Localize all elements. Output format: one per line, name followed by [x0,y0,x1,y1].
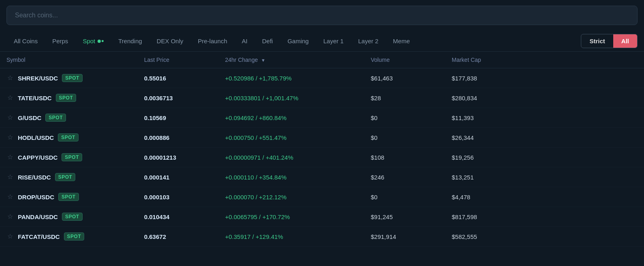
price-cell: 0.010434 [138,207,219,227]
col-header-change[interactable]: 24hr Change ▼ [219,52,364,68]
volume-cell: $91,245 [364,207,445,227]
favorite-star-icon[interactable]: ☆ [6,94,14,102]
change-cell: +0.00333801 / +1,001.47% [219,88,364,108]
change-cell: +0.000750 / +551.47% [219,128,364,148]
table-row: ☆ PANDA/USDC SPOT 0.010434 +0.0065795 / … [0,207,644,227]
price-cell: 0.55016 [138,68,219,88]
change-cell: +0.520986 / +1,785.79% [219,68,364,88]
volume-cell: $291,914 [364,227,445,247]
symbol-name[interactable]: PANDA/USDC [18,213,58,220]
sort-arrow-icon: ▼ [261,58,266,63]
spot-badge: SPOT [58,193,79,201]
symbol-name[interactable]: DROP/USDC [18,194,54,201]
market-cap-cell: $817,598 [445,207,644,227]
tab-layer2[interactable]: Layer 2 [351,34,386,48]
search-input[interactable] [6,6,638,25]
favorite-star-icon[interactable]: ☆ [6,133,14,141]
price-cell: 0.63672 [138,227,219,247]
col-header-market-cap: Market Cap [445,52,644,68]
tab-trending[interactable]: Trending [111,34,149,48]
tab-defi[interactable]: Defi [255,34,280,48]
nav-tabs-bar: All Coins Perps Spot Trending DEX Only P… [0,31,644,52]
tab-gaming[interactable]: Gaming [280,34,316,48]
symbol-name[interactable]: SHREK/USDC [18,75,58,82]
symbol-name[interactable]: CAPPY/USDC [18,154,57,161]
spot-badge: SPOT [55,173,76,181]
market-cap-cell: $177,838 [445,68,644,88]
price-cell: 0.0036713 [138,88,219,108]
volume-cell: $0 [364,187,445,207]
spot-badge: SPOT [64,232,85,241]
favorite-star-icon[interactable]: ☆ [6,74,14,82]
market-cap-cell: $19,256 [445,148,644,167]
change-cell: +0.000110 / +354.84% [219,167,364,187]
price-cell: 0.00001213 [138,148,219,167]
table-row: ☆ CAPPY/USDC SPOT 0.00001213 +0.00000971… [0,148,644,167]
favorite-star-icon[interactable]: ☆ [6,153,14,161]
tab-all-coins[interactable]: All Coins [6,34,45,48]
change-cell: +0.094692 / +860.84% [219,108,364,128]
volume-cell: $246 [364,167,445,187]
symbol-name[interactable]: HODL/USDC [18,134,54,141]
price-cell: 0.10569 [138,108,219,128]
spot-icon [98,40,104,43]
favorite-star-icon[interactable]: ☆ [6,213,14,221]
favorite-star-icon[interactable]: ☆ [6,173,14,181]
market-cap-cell: $11,393 [445,108,644,128]
volume-cell: $108 [364,148,445,167]
tab-pre-launch[interactable]: Pre-launch [191,34,235,48]
table-row: ☆ RISE/USDC SPOT 0.000141 +0.000110 / +3… [0,167,644,187]
price-cell: 0.000103 [138,187,219,207]
table-row: ☆ HODL/USDC SPOT 0.000886 +0.000750 / +5… [0,128,644,148]
tab-layer1[interactable]: Layer 1 [316,34,351,48]
price-cell: 0.000141 [138,167,219,187]
symbol-name[interactable]: FATCAT/USDC [18,233,60,240]
table-row: ☆ DROP/USDC SPOT 0.000103 +0.000070 / +2… [0,187,644,207]
volume-cell: $0 [364,128,445,148]
favorite-star-icon[interactable]: ☆ [6,193,14,201]
symbol-name[interactable]: G/USDC [18,114,41,121]
tab-perps[interactable]: Perps [45,34,75,48]
tab-ai[interactable]: AI [234,34,255,48]
col-header-price: Last Price [138,52,219,68]
spot-badge: SPOT [62,74,83,82]
volume-cell: $0 [364,108,445,128]
table-row: ☆ SHREK/USDC SPOT 0.55016 +0.520986 / +1… [0,68,644,88]
filter-toggle: Strict All [581,34,638,48]
spot-badge: SPOT [56,94,77,102]
favorite-star-icon[interactable]: ☆ [6,114,14,122]
coin-table: Symbol Last Price 24hr Change ▼ Volume M… [0,52,644,247]
market-cap-cell: $582,555 [445,227,644,247]
col-header-volume: Volume [364,52,445,68]
spot-badge: SPOT [45,114,66,122]
table-row: ☆ G/USDC SPOT 0.10569 +0.094692 / +860.8… [0,108,644,128]
table-row: ☆ FATCAT/USDC SPOT 0.63672 +0.35917 / +1… [0,227,644,247]
market-cap-cell: $280,834 [445,88,644,108]
symbol-name[interactable]: TATE/USDC [18,95,52,101]
favorite-star-icon[interactable]: ☆ [6,232,14,241]
tab-dex-only[interactable]: DEX Only [149,34,191,48]
symbol-name[interactable]: RISE/USDC [18,174,51,181]
all-button[interactable]: All [613,34,637,48]
table-row: ☆ TATE/USDC SPOT 0.0036713 +0.00333801 /… [0,88,644,108]
change-cell: +0.35917 / +129.41% [219,227,364,247]
search-bar [0,0,644,31]
change-cell: +0.0065795 / +170.72% [219,207,364,227]
market-cap-cell: $4,478 [445,187,644,207]
spot-badge: SPOT [62,213,83,221]
spot-badge: SPOT [58,133,79,141]
price-cell: 0.000886 [138,128,219,148]
change-cell: +0.000070 / +212.12% [219,187,364,207]
strict-button[interactable]: Strict [581,34,613,48]
tab-meme[interactable]: Meme [386,34,417,48]
volume-cell: $61,463 [364,68,445,88]
volume-cell: $28 [364,88,445,108]
market-cap-cell: $26,344 [445,128,644,148]
tab-spot[interactable]: Spot [75,34,111,48]
market-cap-cell: $13,251 [445,167,644,187]
col-header-symbol: Symbol [0,52,138,68]
spot-badge: SPOT [62,153,82,161]
change-cell: +0.00000971 / +401.24% [219,148,364,167]
